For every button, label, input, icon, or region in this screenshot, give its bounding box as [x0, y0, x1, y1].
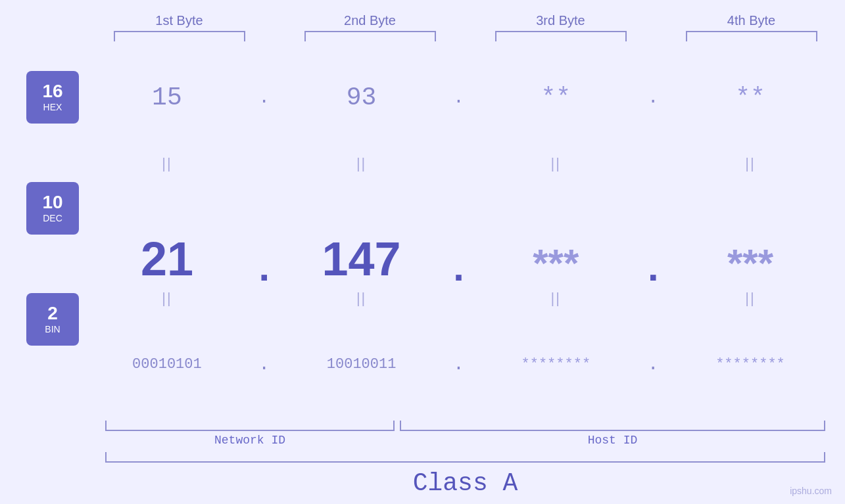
- eq1-b2: ||: [296, 155, 427, 172]
- bin-badge: 2 BIN: [26, 293, 79, 346]
- dec-badge: 10 DEC: [26, 182, 79, 235]
- dec-num: 10: [42, 193, 62, 212]
- bin-b4: ********: [685, 356, 816, 373]
- equals-row-2: || || || ||: [92, 288, 825, 308]
- watermark: ipshu.com: [790, 486, 832, 496]
- bin-label: BIN: [45, 324, 60, 334]
- full-bracket: [105, 452, 825, 463]
- eq1-b4: ||: [685, 155, 816, 172]
- eq2-b2: ||: [296, 290, 427, 307]
- class-label: Class A: [105, 469, 825, 497]
- eq2-b4: ||: [685, 290, 816, 307]
- bracket-byte2: [304, 31, 436, 41]
- dec-dot1: .: [251, 254, 278, 286]
- byte2-header: 2nd Byte: [304, 13, 436, 28]
- eq2-b3: ||: [490, 290, 621, 307]
- hex-label: HEX: [43, 102, 62, 112]
- rows-area: 15 . 93 . ** . ** || ||: [92, 41, 845, 421]
- hex-num: 16: [42, 82, 62, 101]
- byte1-header: 1st Byte: [114, 13, 245, 28]
- hex-badge: 16 HEX: [26, 71, 79, 124]
- host-bracket: [400, 421, 825, 431]
- base-labels: 16 HEX 10 DEC 2 BIN: [0, 41, 92, 421]
- bin-row: 00010101 . 10010011 . ******** . *******…: [92, 308, 825, 421]
- hex-dot1: .: [251, 87, 278, 108]
- host-id-label: Host ID: [400, 434, 825, 447]
- bracket-byte4: [686, 31, 817, 41]
- bin-b1: 00010101: [101, 356, 233, 373]
- hex-b1: 15: [101, 83, 233, 112]
- dec-b3: ***: [490, 241, 621, 286]
- top-brackets: [0, 31, 845, 41]
- dec-dot2: .: [445, 254, 471, 286]
- bin-b2: 10010011: [296, 356, 427, 373]
- bin-dot3: .: [640, 354, 666, 375]
- hex-b2: 93: [296, 83, 427, 112]
- byte-headers: 1st Byte 2nd Byte 3rd Byte 4th Byte: [0, 13, 845, 28]
- id-labels-row: Network ID Host ID: [105, 434, 825, 447]
- main-container: 1st Byte 2nd Byte 3rd Byte 4th Byte 16 H…: [0, 0, 845, 504]
- byte3-header: 3rd Byte: [495, 13, 627, 28]
- equals-row-1: || || || ||: [92, 154, 825, 173]
- bracket-byte3: [495, 31, 627, 41]
- bin-b3: ********: [490, 356, 621, 373]
- hex-dot3: .: [640, 87, 666, 108]
- bin-num: 2: [47, 304, 58, 323]
- bottom-section: Network ID Host ID Class A: [0, 421, 845, 504]
- bottom-brackets: [105, 421, 825, 431]
- eq1-b1: ||: [101, 155, 233, 172]
- bin-dot2: .: [445, 354, 471, 375]
- eq1-b3: ||: [490, 155, 621, 172]
- dec-b4: ***: [685, 241, 816, 286]
- network-bracket: [105, 421, 395, 431]
- dec-label: DEC: [43, 213, 62, 223]
- dec-b2: 147: [296, 232, 427, 286]
- eq2-b1: ||: [101, 290, 233, 307]
- bracket-byte1: [114, 31, 245, 41]
- content-area: 16 HEX 10 DEC 2 BIN 15 . 93: [0, 41, 845, 421]
- hex-b4: **: [685, 83, 816, 112]
- dec-b1: 21: [101, 232, 233, 286]
- byte4-header: 4th Byte: [686, 13, 817, 28]
- dec-row: 21 . 147 . *** . ***: [92, 173, 825, 288]
- network-id-label: Network ID: [105, 434, 395, 447]
- hex-dot2: .: [445, 87, 471, 108]
- hex-row: 15 . 93 . ** . **: [92, 41, 825, 154]
- hex-b3: **: [490, 83, 621, 112]
- dec-dot3: .: [640, 254, 666, 286]
- bin-dot1: .: [251, 354, 278, 375]
